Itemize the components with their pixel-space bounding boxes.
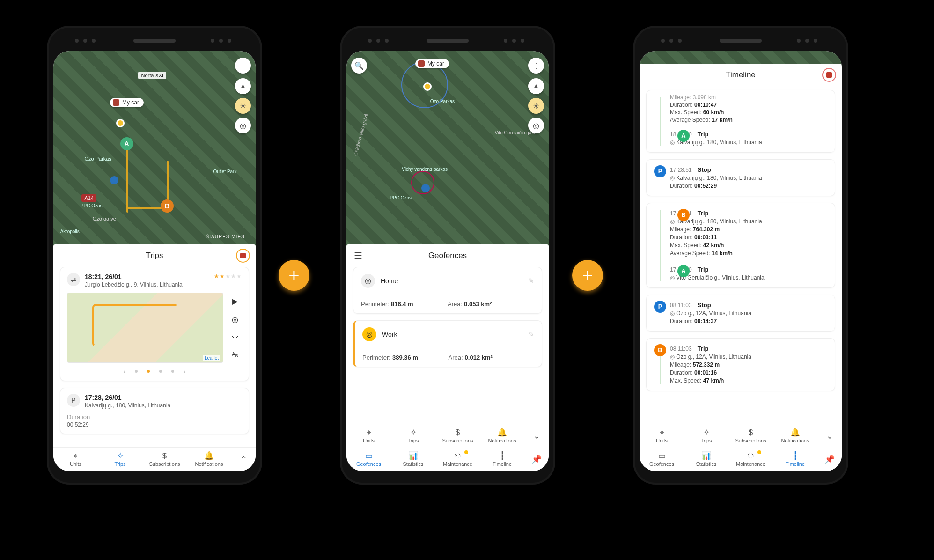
nav-notifications[interactable]: 🔔Notifications	[773, 424, 817, 448]
nav-timeline[interactable]: ┇Timeline	[480, 448, 524, 471]
locate-button[interactable]: ◎	[235, 118, 251, 133]
map-label: Ozo gatvė	[90, 215, 119, 222]
route-icon: ⇄	[67, 273, 80, 286]
trip-card[interactable]: ⇄ 18:21, 26/01 Jurgio Lebedžio g., 9, Vi…	[60, 267, 249, 381]
nav-geofences[interactable]: ▭Geofences	[640, 448, 684, 471]
marker-a: A	[120, 137, 133, 150]
map-label: Norfa XXI	[138, 72, 166, 79]
pager-prev[interactable]: ‹	[123, 368, 125, 375]
sun-button[interactable]: ☀	[235, 98, 251, 114]
nav-pin[interactable]: 📌	[524, 454, 549, 464]
sheet-header: Trips	[53, 244, 256, 267]
nav-notifications[interactable]: 🔔Notifications	[187, 448, 231, 471]
nav-expand[interactable]: ⌃	[231, 454, 256, 464]
geofence-card-home[interactable]: ◎ Home ✎ Perimeter:816.4 m Area:0.053 km…	[353, 267, 542, 314]
timeline-entry[interactable]: B 17:28:51Trip Kalvarijų g., 180, Vilniu…	[646, 203, 835, 288]
edit-icon[interactable]: ✎	[528, 277, 534, 285]
dollar-icon: $	[456, 428, 460, 436]
thumbnail-pager[interactable]: ‹ ›	[67, 368, 242, 375]
geofence-name: Home	[381, 277, 398, 285]
route-icon: ✧	[410, 428, 417, 436]
sheet-title: Geofences	[428, 251, 467, 260]
menu-icon[interactable]: ☰	[354, 250, 362, 261]
duration-label: Duration	[67, 413, 242, 420]
nav-units[interactable]: ⌖Units	[640, 424, 684, 448]
nav-notifications[interactable]: 🔔Notifications	[480, 424, 524, 448]
nav-pin[interactable]: 📌	[817, 454, 842, 464]
graph-icon[interactable]: 〰	[231, 333, 239, 342]
timeline-icon: ┇	[500, 452, 505, 460]
bell-icon: 🔔	[497, 428, 507, 436]
map-label: ŠIAURĖS MIES	[203, 233, 248, 240]
map-label: Geležinio Vilko gatvė	[351, 110, 371, 160]
car-chip[interactable]: My car	[110, 98, 144, 107]
compass-button[interactable]: ▲	[235, 78, 251, 94]
fence-icon: ▭	[658, 452, 666, 460]
map-label: PPC Ozas	[387, 194, 414, 201]
phone-trips: Norfa XXI Ozo Parkas PPC Ozas Ozo gatvė …	[47, 26, 262, 485]
pager-next[interactable]: ›	[184, 368, 186, 375]
map-menu-button[interactable]: ⋮	[528, 58, 544, 74]
sun-button[interactable]: ☀	[528, 98, 544, 114]
route-icon: ✧	[117, 452, 124, 460]
target-icon[interactable]: ◎	[232, 315, 238, 324]
nav-subscriptions[interactable]: $Subscriptions	[142, 448, 187, 471]
dollar-icon: $	[162, 452, 167, 460]
stop-card[interactable]: P 17:28, 26/01 Kalvarijų g., 180, Vilniu…	[60, 388, 249, 434]
play-icon[interactable]: ▶	[232, 297, 238, 306]
car-chip[interactable]: My car	[415, 59, 449, 68]
marker-b: B	[161, 199, 174, 213]
sheet-title: Trips	[146, 251, 163, 260]
vehicle-filter-button[interactable]	[822, 68, 836, 82]
duration-value: 00:52:29	[67, 421, 242, 428]
timeline-entry[interactable]: Mileage: 3.098 km Duration: 00:10:47 Max…	[646, 90, 835, 153]
gauge-icon: ⏲	[454, 452, 462, 460]
edit-icon[interactable]: ✎	[528, 330, 534, 339]
nav-trips[interactable]: ✧Trips	[684, 424, 728, 448]
fence-icon: ▭	[365, 452, 373, 460]
dollar-icon: $	[749, 428, 753, 436]
nav-collapse[interactable]: ⌄	[524, 431, 549, 441]
nav-collapse[interactable]: ⌄	[817, 431, 842, 441]
nav-trips[interactable]: ✧Trips	[391, 424, 435, 448]
bell-icon: 🔔	[790, 428, 800, 436]
current-location-dot	[110, 176, 118, 184]
current-location-dot	[421, 184, 430, 192]
nav-statistics[interactable]: 📊Statistics	[684, 448, 728, 471]
map-menu-button[interactable]: ⋮	[235, 58, 251, 74]
ab-icon[interactable]: AB	[232, 351, 238, 358]
stop-time: 17:28, 26/01	[85, 394, 170, 401]
car-dot	[423, 82, 432, 91]
timeline-entry[interactable]: B 08:11:03Trip Ozo g., 12A, Vilnius, Lit…	[646, 338, 835, 391]
search-button[interactable]: 🔍	[351, 58, 367, 74]
nav-statistics[interactable]: 📊Statistics	[391, 448, 435, 471]
nav-subscriptions[interactable]: $Subscriptions	[435, 424, 480, 448]
nav-units[interactable]: ⌖Units	[53, 448, 98, 471]
geofence-card-work[interactable]: ◎ Work ✎ Perimeter:389.36 m Area:0.012 k…	[353, 320, 542, 367]
compass-button[interactable]: ▲	[528, 78, 544, 94]
geofence-name: Work	[382, 331, 397, 338]
nav-timeline[interactable]: ┇Timeline	[773, 448, 817, 471]
node-p: P	[654, 165, 666, 177]
timeline-entry[interactable]: P 08:11:03Stop Ozo g., 12A, Vilnius, Lit…	[646, 295, 835, 332]
route-icon: ✧	[703, 428, 710, 436]
timeline-entry[interactable]: P 17:28:51Stop Kalvarijų g., 180, Vilniu…	[646, 159, 835, 196]
sheet-header: ☰ Geofences	[346, 244, 549, 267]
nav-maintenance[interactable]: ⏲Maintenance	[435, 448, 480, 471]
nav-trips[interactable]: ✧Trips	[98, 448, 142, 471]
nav-geofences[interactable]: ▭Geofences	[346, 448, 391, 471]
target-icon: ◎	[362, 327, 376, 341]
node-p: P	[654, 301, 666, 313]
target-icon: ◎	[361, 274, 375, 288]
gauge-icon: ⏲	[747, 452, 755, 460]
vehicle-filter-button[interactable]	[236, 249, 250, 263]
road-badge: A14	[81, 194, 96, 202]
node-b: B	[677, 209, 690, 221]
timeline-icon: ┇	[793, 452, 798, 460]
nav-maintenance[interactable]: ⏲Maintenance	[728, 448, 773, 471]
route-segment	[126, 145, 128, 213]
nav-units[interactable]: ⌖Units	[346, 424, 391, 448]
locate-button[interactable]: ◎	[528, 118, 544, 133]
map-label: PPC Ozas	[78, 202, 105, 209]
nav-subscriptions[interactable]: $Subscriptions	[728, 424, 773, 448]
